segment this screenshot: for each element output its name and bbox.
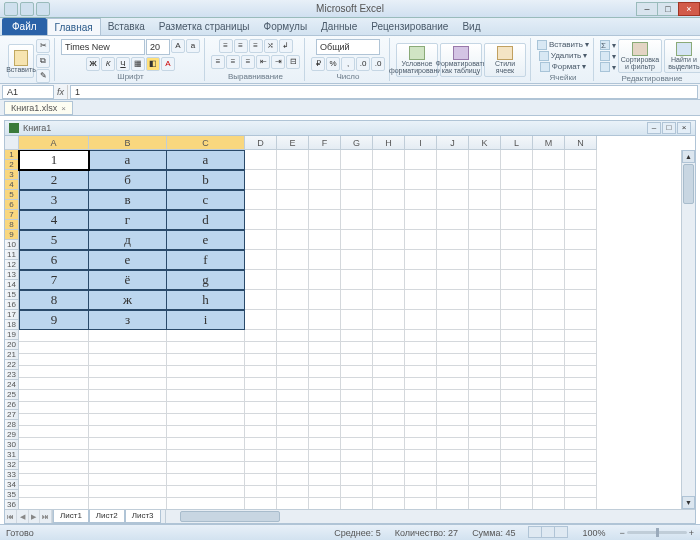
cell-H18[interactable] xyxy=(373,426,405,438)
cell-L4[interactable] xyxy=(501,210,533,230)
row-header-20[interactable]: 20 xyxy=(5,340,19,350)
cell-J15[interactable] xyxy=(437,390,469,402)
row-header-23[interactable]: 23 xyxy=(5,370,19,380)
cell-G10[interactable] xyxy=(341,330,373,342)
sheet-tab-0[interactable]: Лист1 xyxy=(53,510,89,523)
cell-G2[interactable] xyxy=(341,170,373,190)
sheet-last-button[interactable]: ⏭ xyxy=(40,510,52,523)
cell-B15[interactable] xyxy=(89,390,167,402)
cell-N7[interactable] xyxy=(565,270,597,290)
close-workbook-icon[interactable]: × xyxy=(61,104,66,113)
cell-A20[interactable] xyxy=(19,450,89,462)
col-header-E[interactable]: E xyxy=(277,136,309,150)
cell-D22[interactable] xyxy=(245,474,277,486)
row-header-30[interactable]: 30 xyxy=(5,440,19,450)
cell-N4[interactable] xyxy=(565,210,597,230)
cell-L21[interactable] xyxy=(501,462,533,474)
cell-K9[interactable] xyxy=(469,310,501,330)
cell-B19[interactable] xyxy=(89,438,167,450)
cell-K20[interactable] xyxy=(469,450,501,462)
cell-G21[interactable] xyxy=(341,462,373,474)
cell-A5[interactable]: 5 xyxy=(19,230,89,250)
cell-F1[interactable] xyxy=(309,150,341,170)
cell-D6[interactable] xyxy=(245,250,277,270)
cell-L22[interactable] xyxy=(501,474,533,486)
ribbon-tab-2[interactable]: Разметка страницы xyxy=(152,18,257,35)
row-header-21[interactable]: 21 xyxy=(5,350,19,360)
cell-A16[interactable] xyxy=(19,402,89,414)
cell-L17[interactable] xyxy=(501,414,533,426)
cell-E24[interactable] xyxy=(277,498,309,509)
cell-I13[interactable] xyxy=(405,366,437,378)
cell-F14[interactable] xyxy=(309,378,341,390)
cell-D16[interactable] xyxy=(245,402,277,414)
cell-E5[interactable] xyxy=(277,230,309,250)
col-header-N[interactable]: N xyxy=(565,136,597,150)
cell-G16[interactable] xyxy=(341,402,373,414)
cell-K19[interactable] xyxy=(469,438,501,450)
cell-B14[interactable] xyxy=(89,378,167,390)
col-header-F[interactable]: F xyxy=(309,136,341,150)
cell-H23[interactable] xyxy=(373,486,405,498)
shrink-font-button[interactable]: a xyxy=(186,39,200,53)
cell-C6[interactable]: f xyxy=(167,250,245,270)
cell-M13[interactable] xyxy=(533,366,565,378)
row-header-8[interactable]: 8 xyxy=(5,220,19,230)
col-header-B[interactable]: B xyxy=(89,136,167,150)
currency-button[interactable]: ₽ xyxy=(311,57,325,71)
percent-button[interactable]: % xyxy=(326,57,340,71)
row-header-13[interactable]: 13 xyxy=(5,270,19,280)
maximize-button[interactable]: □ xyxy=(657,2,679,16)
cell-A18[interactable] xyxy=(19,426,89,438)
cell-K13[interactable] xyxy=(469,366,501,378)
cell-F13[interactable] xyxy=(309,366,341,378)
cell-I18[interactable] xyxy=(405,426,437,438)
cell-M20[interactable] xyxy=(533,450,565,462)
comma-button[interactable]: , xyxy=(341,57,355,71)
cell-E15[interactable] xyxy=(277,390,309,402)
cell-B11[interactable] xyxy=(89,342,167,354)
cell-K21[interactable] xyxy=(469,462,501,474)
align-top-button[interactable]: ≡ xyxy=(219,39,233,53)
cell-B5[interactable]: д xyxy=(89,230,167,250)
cell-F18[interactable] xyxy=(309,426,341,438)
cell-I16[interactable] xyxy=(405,402,437,414)
cell-B17[interactable] xyxy=(89,414,167,426)
cell-A17[interactable] xyxy=(19,414,89,426)
cell-H17[interactable] xyxy=(373,414,405,426)
cell-I17[interactable] xyxy=(405,414,437,426)
cell-I3[interactable] xyxy=(405,190,437,210)
cell-K7[interactable] xyxy=(469,270,501,290)
cell-N12[interactable] xyxy=(565,354,597,366)
name-box[interactable]: A1 xyxy=(2,85,54,99)
cell-H13[interactable] xyxy=(373,366,405,378)
cell-D24[interactable] xyxy=(245,498,277,509)
cell-A24[interactable] xyxy=(19,498,89,509)
cell-A2[interactable]: 2 xyxy=(19,170,89,190)
cut-button[interactable]: ✂ xyxy=(36,39,50,53)
cell-E9[interactable] xyxy=(277,310,309,330)
cell-L3[interactable] xyxy=(501,190,533,210)
cell-G6[interactable] xyxy=(341,250,373,270)
cell-J16[interactable] xyxy=(437,402,469,414)
zoom-slider[interactable]: −+ xyxy=(619,528,694,538)
row-header-18[interactable]: 18 xyxy=(5,320,19,330)
cell-D12[interactable] xyxy=(245,354,277,366)
cell-G5[interactable] xyxy=(341,230,373,250)
cell-J11[interactable] xyxy=(437,342,469,354)
cell-K22[interactable] xyxy=(469,474,501,486)
cell-B20[interactable] xyxy=(89,450,167,462)
col-header-D[interactable]: D xyxy=(245,136,277,150)
align-left-button[interactable]: ≡ xyxy=(211,55,225,69)
align-right-button[interactable]: ≡ xyxy=(241,55,255,69)
cell-N6[interactable] xyxy=(565,250,597,270)
cell-B7[interactable]: ё xyxy=(89,270,167,290)
cell-M9[interactable] xyxy=(533,310,565,330)
row-header-5[interactable]: 5 xyxy=(5,190,19,200)
cell-J24[interactable] xyxy=(437,498,469,509)
cell-H10[interactable] xyxy=(373,330,405,342)
cell-K16[interactable] xyxy=(469,402,501,414)
cell-A11[interactable] xyxy=(19,342,89,354)
italic-button[interactable]: К xyxy=(101,57,115,71)
cell-G23[interactable] xyxy=(341,486,373,498)
